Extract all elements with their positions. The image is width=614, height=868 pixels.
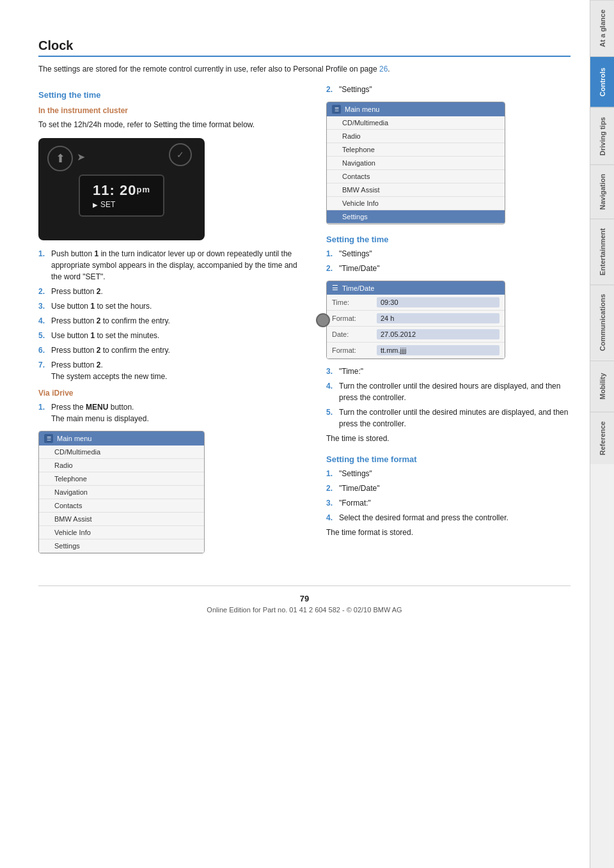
timedate-row-format2: Format: tt.mm.jjjj — [327, 343, 505, 359]
step-item: 4. Turn the controller until the desired… — [326, 380, 569, 403]
setting-time-title-right: Setting the time — [326, 235, 569, 244]
main-menu-screenshot-1: ☰ Main menu CD/Multimedia Radio Telephon… — [38, 431, 205, 554]
menu-item-contacts-2: Contacts — [327, 170, 505, 183]
menu-title-bar: ☰ Main menu — [39, 431, 204, 446]
sidebar-tab-reference[interactable]: Reference — [590, 412, 614, 464]
sidebar-tab-navigation[interactable]: Navigation — [590, 164, 614, 219]
step-item: 1. Press the MENU button.The main menu i… — [38, 401, 307, 424]
timedate-row-time: Time: 09:30 — [327, 295, 505, 311]
step-item: 2. "Time/Date" — [326, 263, 569, 274]
page-footer: 79 Online Edition for Part no. 01 41 2 6… — [38, 585, 571, 614]
step-item: 4. Select the desired format and press t… — [326, 512, 569, 523]
menu-item-navigation-2: Navigation — [327, 157, 505, 170]
step-item: 1. "Settings" — [326, 248, 569, 260]
timedate-value-date: 27.05.2012 — [377, 329, 500, 339]
timedate-row-format1: Format: 24 h — [327, 311, 505, 327]
page-title: Clock — [38, 38, 571, 57]
main-content: Clock The settings are stored for the re… — [0, 0, 590, 868]
setting-time-format-title: Setting the time format — [326, 454, 569, 464]
steps-instrument-cluster: 1. Push button 1 in the turn indicator l… — [38, 248, 307, 382]
left-column: Setting the time In the instrument clust… — [38, 80, 307, 560]
menu-title: Main menu — [57, 435, 91, 442]
timedate-title-bar: ☰ Time/Date — [327, 281, 505, 295]
step-item: 2. "Settings" — [326, 84, 569, 95]
sidebar-tab-at-a-glance[interactable]: At a glance — [590, 0, 614, 56]
menu-item-telephone: Telephone — [39, 472, 204, 486]
step-item: 3. "Time:" — [326, 366, 569, 377]
timedate-row-date: Date: 27.05.2012 — [327, 327, 505, 343]
time-stored-text: The time is stored. — [326, 433, 569, 444]
step-item: 2. "Time/Date" — [326, 483, 569, 494]
intro-text: The settings are stored for the remote c… — [38, 63, 571, 75]
timedate-screenshot-container: ☰ Time/Date Time: 09:30 Format: 24 h D — [326, 281, 569, 359]
steps-via-idrive: 1. Press the MENU button.The main menu i… — [38, 401, 307, 424]
time-format-stored-text: The time format is stored. — [326, 527, 569, 538]
menu-item-cd: CD/Multimedia — [327, 116, 505, 130]
instrument-cluster-image: ⬆ ➤ ✓ 11: 20pm ▶ SET — [38, 138, 205, 240]
menu-item-radio-2: Radio — [327, 130, 505, 143]
menu-item-settings: Settings — [39, 539, 204, 553]
intro-link[interactable]: 26 — [379, 65, 388, 74]
timedate-label-format1: Format: — [332, 314, 377, 322]
menu-item-cd-multimedia: CD/Multimedia — [39, 446, 204, 459]
menu-icon: ☰ — [44, 434, 53, 443]
instrument-cluster-subtitle: In the instrument cluster — [38, 106, 307, 115]
timedate-value-format1: 24 h — [377, 313, 500, 323]
menu-item-bmw-assist-2: BMW Assist — [327, 183, 505, 197]
footer-text: Online Edition for Part no. 01 41 2 604 … — [38, 606, 571, 614]
step-item: 5. Turn the controller until the desired… — [326, 407, 569, 430]
sidebar-tab-driving-tips[interactable]: Driving tips — [590, 107, 614, 165]
menu-item-bmw-assist: BMW Assist — [39, 513, 204, 526]
menu-item-radio: Radio — [39, 459, 204, 472]
timedate-screenshot: ☰ Time/Date Time: 09:30 Format: 24 h D — [326, 281, 505, 359]
sidebar-tab-entertainment[interactable]: Entertainment — [590, 219, 614, 284]
timedate-value-time: 09:30 — [377, 297, 500, 307]
timedate-title: Time/Date — [342, 284, 374, 292]
two-column-layout: Setting the time In the instrument clust… — [38, 80, 571, 560]
menu-item-settings-highlighted: Settings — [327, 210, 505, 224]
step-item: 5. Use button 1 to set the minutes. — [38, 330, 307, 341]
menu-item-telephone-2: Telephone — [327, 143, 505, 157]
menu-item-vehicle-info: Vehicle Info — [39, 526, 204, 539]
step-item: 1. "Settings" — [326, 468, 569, 479]
steps-time-entry: 3. "Time:" 4. Turn the controller until … — [326, 366, 569, 430]
instrument-cluster-desc: To set the 12h/24h mode, refer to Settin… — [38, 119, 307, 130]
sidebar-tab-controls[interactable]: Controls — [590, 56, 614, 107]
sidebar-tab-communications[interactable]: Communications — [590, 284, 614, 360]
via-idrive-subtitle: Via iDrive — [38, 389, 307, 398]
step-item: 4. Press button 2 to confirm the entry. — [38, 315, 307, 327]
sidebar-tab-mobility[interactable]: Mobility — [590, 360, 614, 412]
step-item: 3. "Format:" — [326, 497, 569, 509]
cluster-set-label: ▶ SET — [93, 200, 150, 209]
timedate-label-time: Time: — [332, 298, 377, 306]
sidebar: At a glance Controls Driving tips Naviga… — [590, 0, 614, 868]
step-item: 6. Press button 2 to confirm the entry. — [38, 345, 307, 356]
menu-icon-2: ☰ — [332, 105, 341, 114]
timedate-label-format2: Format: — [332, 346, 377, 354]
steps-right-top: 2. "Settings" — [326, 84, 569, 95]
timedate-label-date: Date: — [332, 330, 377, 338]
step-item: 7. Press button 2.The system accepts the… — [38, 359, 307, 382]
menu-title-2: Main menu — [345, 105, 379, 113]
step-item: 1. Push button 1 in the turn indicator l… — [38, 248, 307, 283]
steps-setting-time-right: 1. "Settings" 2. "Time/Date" — [326, 248, 569, 274]
steps-time-format: 1. "Settings" 2. "Time/Date" 3. "Format:… — [326, 468, 569, 523]
menu-item-navigation: Navigation — [39, 486, 204, 499]
controller-icon — [316, 313, 330, 327]
menu-title-bar-2: ☰ Main menu — [327, 102, 505, 116]
step-item: 3. Use button 1 to set the hours. — [38, 300, 307, 312]
setting-time-title-left: Setting the time — [38, 90, 307, 100]
right-column: 2. "Settings" ☰ Main menu CD/Multimedia … — [326, 80, 569, 560]
step-item: 2. Press button 2. — [38, 286, 307, 297]
page-number: 79 — [38, 594, 571, 603]
menu-item-vehicle-info-2: Vehicle Info — [327, 197, 505, 210]
menu-item-contacts: Contacts — [39, 499, 204, 513]
cluster-time-display: 11: 20pm — [93, 182, 150, 199]
timedate-value-format2: tt.mm.jjjj — [377, 345, 500, 355]
main-menu-screenshot-2: ☰ Main menu CD/Multimedia Radio Telephon… — [326, 102, 505, 224]
timedate-icon: ☰ — [332, 284, 338, 292]
